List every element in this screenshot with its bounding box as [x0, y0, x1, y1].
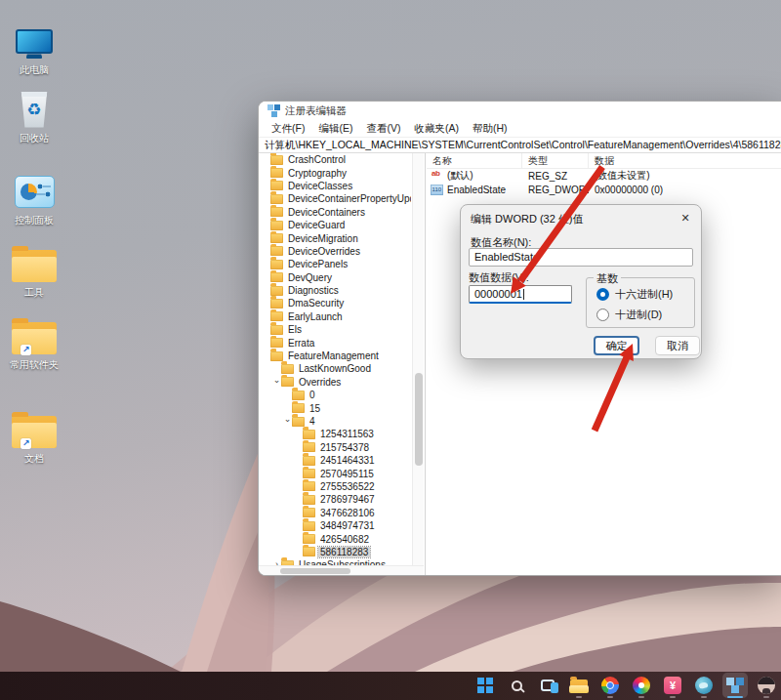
- column-header-type[interactable]: 类型: [522, 153, 589, 168]
- registry-editor-button[interactable]: [722, 673, 748, 698]
- tree-item[interactable]: LastKnownGood: [259, 362, 411, 375]
- tree-item[interactable]: 426540682: [259, 532, 411, 545]
- desktop-icon-label: 此电脑: [20, 64, 49, 76]
- base-group-label: 基数: [594, 271, 621, 286]
- search-button[interactable]: [504, 673, 529, 698]
- menu-item[interactable]: 文件(F): [265, 122, 311, 136]
- tree-item-label: DeviceOverrides: [286, 246, 362, 257]
- menu-item[interactable]: 编辑(E): [311, 122, 359, 136]
- tree-item[interactable]: 2755536522: [259, 480, 411, 493]
- tree-item[interactable]: 215754378: [259, 441, 411, 454]
- tree-item[interactable]: DeviceGuard: [259, 219, 411, 231]
- tree-item[interactable]: DmaSecurity: [259, 297, 411, 309]
- desktop-icon-this-pc[interactable]: ↗ 此电脑: [3, 21, 65, 76]
- folder-icon: [303, 430, 315, 439]
- radio-selected-icon[interactable]: [596, 288, 609, 301]
- desktop-icon-folder-software[interactable]: ↗ 常用软件夹: [3, 316, 65, 371]
- taskbar-icons: ¥: [473, 673, 779, 698]
- tree-item[interactable]: 3484974731: [259, 519, 411, 532]
- user-app-button[interactable]: [754, 673, 779, 698]
- taskbar: ¥: [0, 672, 781, 700]
- tree-item[interactable]: EarlyLaunch: [259, 310, 411, 323]
- tree-item[interactable]: DeviceClasses: [259, 180, 411, 192]
- desktop-icon-folder-docs[interactable]: ↗ 文档: [3, 410, 65, 465]
- tree-item[interactable]: Errata: [259, 336, 411, 349]
- task-view-button[interactable]: [535, 673, 560, 698]
- tree-item[interactable]: Els: [259, 323, 411, 336]
- tree-item[interactable]: CrashControl: [259, 153, 411, 166]
- menu-item[interactable]: 收藏夹(A): [407, 122, 466, 136]
- tree-item[interactable]: 2786979467: [259, 493, 411, 506]
- tree-item-label: Errata: [286, 338, 316, 349]
- value-type-icon: [431, 171, 443, 182]
- tree-item[interactable]: Cryptography: [259, 166, 411, 179]
- value-data-input[interactable]: 00000001: [469, 285, 572, 304]
- folder-icon: [12, 416, 57, 448]
- value-type: REG_SZ: [522, 171, 589, 182]
- tree-item[interactable]: FeatureManagement: [259, 350, 411, 362]
- taskbar-app-icon: [601, 677, 619, 694]
- value-name: EnabledState: [447, 185, 506, 195]
- value-type: REG_DWORD: [522, 185, 589, 195]
- desktop-icon-label: 回收站: [20, 133, 49, 144]
- tree-item-label: 586118283: [318, 547, 370, 557]
- (默认)[interactable]: (默认) REG_SZ (数值未设置): [427, 169, 781, 184]
- chevron-icon[interactable]: [283, 417, 292, 426]
- scrollbar-thumb[interactable]: [280, 568, 350, 574]
- tree-item[interactable]: DeviceContainers: [259, 206, 411, 219]
- tree-item[interactable]: DeviceContainerPropertyUpda: [259, 192, 411, 205]
- tree-item[interactable]: Overrides: [259, 376, 411, 389]
- edge-browser-button[interactable]: [629, 673, 654, 698]
- ok-button[interactable]: 确定: [594, 336, 639, 355]
- tree-item[interactable]: 1254311563: [259, 428, 411, 440]
- tree-vertical-scrollbar[interactable]: [412, 153, 424, 565]
- tree-item[interactable]: DevQuery: [259, 271, 411, 284]
- tree-item-label: DeviceClasses: [286, 181, 354, 191]
- hexadecimal-radio[interactable]: 十六进制(H): [596, 287, 673, 302]
- registry-address-bar[interactable]: 计算机\HKEY_LOCAL_MACHINE\SYSTEM\CurrentCon…: [259, 137, 781, 153]
- menu-item[interactable]: 帮助(H): [466, 122, 514, 136]
- panel-divider[interactable]: [425, 153, 426, 575]
- taskbar-app-icon: [633, 677, 650, 694]
- column-header-name[interactable]: 名称: [427, 153, 522, 168]
- tree-item[interactable]: 2451464331: [259, 454, 411, 467]
- menu-item[interactable]: 查看(V): [359, 122, 407, 136]
- tree-item[interactable]: 0: [259, 389, 411, 401]
- chrome-button[interactable]: [597, 673, 623, 698]
- column-header-data[interactable]: 数据: [589, 153, 781, 168]
- radio-unselected-icon[interactable]: [596, 309, 609, 321]
- file-explorer-button[interactable]: [566, 673, 592, 698]
- tree-item[interactable]: UsageSubscriptions: [259, 558, 411, 565]
- tree-item-label: DeviceGuard: [286, 220, 347, 230]
- paint-app-button[interactable]: [691, 673, 717, 698]
- tree-item[interactable]: 3476628106: [259, 507, 411, 519]
- cancel-button[interactable]: 取消: [655, 336, 700, 355]
- pink-pay-app-button[interactable]: ¥: [660, 673, 685, 698]
- tree-item[interactable]: 15: [259, 401, 411, 414]
- tree-item[interactable]: 586118283: [259, 546, 411, 558]
- tree-item[interactable]: 2570495115: [259, 467, 411, 479]
- desktop-icon-folder-tools[interactable]: ↗ 工具: [3, 244, 65, 299]
- tree-item[interactable]: DeviceMigration: [259, 231, 411, 244]
- desktop-icon-control-panel[interactable]: ↗ 控制面板: [3, 172, 65, 226]
- folder-icon: [270, 181, 283, 190]
- folder-icon: [270, 299, 283, 309]
- tree-item-label: LastKnownGood: [297, 363, 373, 374]
- start-button[interactable]: [473, 673, 498, 698]
- tree-item[interactable]: Diagnostics: [259, 284, 411, 297]
- close-icon[interactable]: ✕: [678, 210, 693, 226]
- regedit-titlebar[interactable]: 注册表编辑器: [259, 102, 781, 120]
- tree-item[interactable]: 4: [259, 415, 411, 428]
- value-data: 0x00000000 (0): [589, 185, 781, 195]
- desktop-icon-label: 工具: [24, 287, 44, 299]
- value-name-field[interactable]: EnabledState: [469, 248, 693, 267]
- desktop-icon-recycle-bin[interactable]: ↗ 回收站: [3, 90, 65, 144]
- decimal-radio[interactable]: 十进制(D): [596, 308, 662, 322]
- scrollbar-thumb[interactable]: [415, 373, 423, 466]
- tree-horizontal-scrollbar[interactable]: [259, 565, 424, 575]
- EnabledState[interactable]: EnabledState REG_DWORD 0x00000000 (0): [427, 184, 781, 198]
- folder-icon: [270, 272, 283, 282]
- tree-item[interactable]: DevicePanels: [259, 258, 411, 270]
- chevron-icon[interactable]: [272, 378, 281, 387]
- tree-item[interactable]: DeviceOverrides: [259, 245, 411, 258]
